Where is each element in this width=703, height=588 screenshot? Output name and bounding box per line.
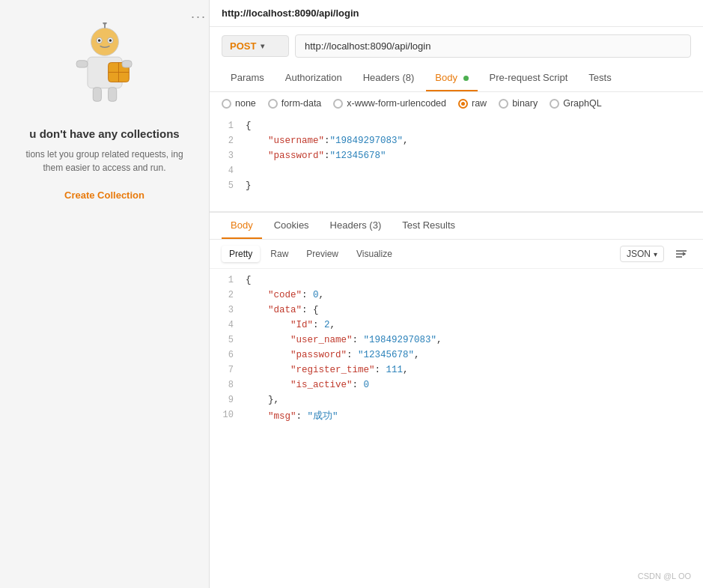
tab-prerequest[interactable]: Pre-request Script [481, 65, 577, 91]
format-pretty[interactable]: Pretty [222, 246, 260, 262]
chevron-down-icon: ▾ [654, 250, 657, 258]
resp-tab-headers[interactable]: Headers (3) [321, 213, 391, 239]
resp-line-3: 3 "data": { [210, 305, 703, 320]
radio-graphql[interactable]: GraphQL [550, 98, 601, 109]
body-active-dot [463, 76, 469, 81]
radio-circle-binary [499, 99, 508, 109]
radio-none[interactable]: none [222, 98, 256, 109]
radio-binary[interactable]: binary [499, 98, 538, 109]
svg-point-5 [97, 39, 100, 42]
resp-line-6: 6 "password": "12345678", [210, 350, 703, 365]
resp-line-8: 8 "is_active": 0 [210, 380, 703, 395]
tab-headers[interactable]: Headers (8) [354, 65, 424, 91]
response-section: Body Cookies Headers (3) Test Results Pr… [210, 213, 703, 588]
response-body-code[interactable]: 1 { 2 "code": 0, 3 "data": { 4 "Id": 2, … [210, 269, 703, 588]
resp-line-10: 10 "msg": "成功" [210, 410, 703, 425]
resp-line-4: 4 "Id": 2, [210, 320, 703, 335]
radio-form-data[interactable]: form-data [268, 98, 322, 109]
wrap-icon[interactable] [672, 244, 691, 264]
radio-circle-none [222, 99, 231, 109]
svg-point-2 [103, 22, 107, 25]
radio-circle-form-data [268, 99, 278, 109]
tab-authorization[interactable]: Authorization [276, 65, 351, 91]
resp-line-2: 2 "code": 0, [210, 290, 703, 305]
request-body-editor[interactable]: 1 { 2 "username":"19849297083", 3 "passw… [210, 115, 703, 212]
response-tabs: Body Cookies Headers (3) Test Results [210, 213, 703, 240]
svg-rect-11 [76, 61, 88, 67]
req-line-3: 3 "password":"12345678" [210, 151, 703, 166]
no-collections-title: u don't have any collections [29, 127, 179, 140]
json-format-select[interactable]: JSON ▾ [620, 246, 664, 262]
tab-params[interactable]: Params [222, 65, 273, 91]
radio-raw[interactable]: raw [458, 98, 487, 109]
radio-circle-raw [458, 99, 468, 109]
radio-circle-urlencoded [333, 99, 343, 109]
format-visualize[interactable]: Visualize [349, 246, 400, 262]
resp-line-5: 5 "user_name": "19849297083", [210, 335, 703, 350]
format-raw[interactable]: Raw [263, 246, 296, 262]
svg-rect-14 [108, 88, 116, 101]
format-preview[interactable]: Preview [299, 246, 346, 262]
no-collections-desc: tions let you group related requests, in… [0, 148, 209, 175]
tab-body[interactable]: Body [426, 65, 477, 91]
req-line-1: 1 { [210, 121, 703, 136]
window-dots: ... [191, 6, 207, 22]
resp-line-1: 1 { [210, 275, 703, 290]
resp-tab-cookies[interactable]: Cookies [265, 213, 318, 239]
radio-urlencoded[interactable]: x-www-form-urlencoded [333, 98, 446, 109]
json-format-label: JSON [627, 249, 651, 259]
radio-circle-graphql [550, 99, 559, 109]
page-url-title: http://localhost:8090/api/login [210, 0, 703, 27]
svg-rect-12 [122, 61, 132, 67]
body-type-row: none form-data x-www-form-urlencoded raw… [210, 92, 703, 115]
chevron-down-icon: ▾ [261, 42, 264, 50]
request-tabs: Params Authorization Headers (8) Body Pr… [210, 65, 703, 92]
req-line-2: 2 "username":"19849297083", [210, 136, 703, 151]
create-collection-button[interactable]: Create Collection [64, 190, 144, 201]
response-toolbar: Pretty Raw Preview Visualize JSON ▾ [210, 240, 703, 269]
url-input[interactable] [295, 34, 691, 58]
req-line-4: 4 [210, 166, 703, 181]
method-label: POST [230, 40, 256, 52]
watermark: CSDN @L OO [638, 572, 691, 581]
method-select[interactable]: POST ▾ [222, 35, 289, 57]
resp-tab-body[interactable]: Body [222, 213, 262, 239]
req-line-5: 5 } [210, 181, 703, 196]
svg-point-0 [91, 28, 118, 55]
resp-line-7: 7 "register_time": 111, [210, 365, 703, 380]
resp-line-9: 9 }, [210, 395, 703, 410]
robot-illustration [64, 22, 146, 112]
resp-tab-test-results[interactable]: Test Results [393, 213, 464, 239]
svg-point-6 [109, 39, 112, 42]
svg-rect-13 [93, 88, 101, 101]
tab-tests[interactable]: Tests [579, 65, 620, 91]
